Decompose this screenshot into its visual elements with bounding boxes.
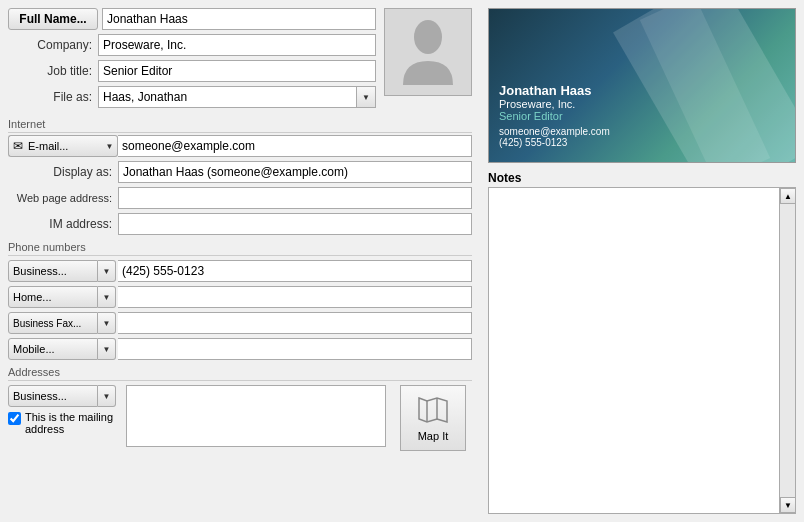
web-page-input[interactable] (118, 187, 472, 209)
chevron-down-icon: ▼ (103, 392, 111, 401)
internet-section-label: Internet (8, 118, 472, 133)
business-fax-dropdown-button[interactable]: ▼ (98, 312, 116, 334)
left-panel: Full Name... Company: Job title: File as… (0, 0, 480, 522)
email-btn-group: ✉ E-mail... ▼ (8, 135, 118, 157)
card-title: Senior Editor (499, 110, 610, 122)
business-phone-row: Business... ▼ (8, 260, 472, 282)
email-input[interactable] (118, 135, 472, 157)
contact-card: Jonathan Haas Proseware, Inc. Senior Edi… (488, 8, 796, 163)
file-as-label: File as: (8, 90, 98, 104)
job-title-row: Job title: (8, 60, 376, 82)
home-phone-row: Home... ▼ (8, 286, 472, 308)
full-name-button[interactable]: Full Name... (8, 8, 98, 30)
scroll-up-button[interactable]: ▲ (780, 188, 796, 204)
scroll-track (780, 204, 795, 497)
top-section: Full Name... Company: Job title: File as… (8, 8, 472, 112)
notes-textarea[interactable]: | (489, 188, 779, 513)
card-light-beam-decoration (613, 8, 796, 163)
map-it-button[interactable]: Map It (400, 385, 466, 451)
form-fields: Full Name... Company: Job title: File as… (8, 8, 376, 112)
mobile-phone-row: Mobile... ▼ (8, 338, 472, 360)
mobile-phone-dropdown-button[interactable]: ▼ (98, 338, 116, 360)
contact-photo (384, 8, 472, 96)
map-icon (417, 394, 449, 426)
business-fax-type-button[interactable]: Business Fax... (8, 312, 98, 334)
email-icon: ✉ (13, 139, 23, 153)
im-address-input[interactable] (118, 213, 472, 235)
full-name-row: Full Name... (8, 8, 376, 30)
notes-container: | ▲ ▼ (488, 187, 796, 514)
notes-header: Notes (488, 171, 796, 185)
company-input[interactable] (98, 34, 376, 56)
web-page-label: Web page address: (8, 192, 118, 204)
file-as-row: File as: ▼ (8, 86, 376, 108)
card-text-block: Jonathan Haas Proseware, Inc. Senior Edi… (499, 83, 610, 148)
home-phone-type-button[interactable]: Home... (8, 286, 98, 308)
card-name: Jonathan Haas (499, 83, 610, 98)
email-dropdown-button[interactable]: ▼ (102, 135, 118, 157)
chevron-down-icon: ▼ (106, 142, 114, 151)
business-fax-row: Business Fax... ▼ (8, 312, 472, 334)
home-phone-btn-group: Home... ▼ (8, 286, 118, 308)
address-type-dropdown-button[interactable]: ▼ (98, 385, 116, 407)
right-panel: Jonathan Haas Proseware, Inc. Senior Edi… (480, 0, 804, 522)
display-as-label: Display as: (8, 165, 118, 179)
address-textarea[interactable] (126, 385, 386, 447)
address-type-btn-group: Business... ▼ (8, 385, 116, 407)
svg-marker-1 (419, 398, 447, 422)
job-title-input[interactable] (98, 60, 376, 82)
business-phone-type-button[interactable]: Business... (8, 260, 98, 282)
chevron-down-icon: ▼ (103, 293, 111, 302)
address-content: Business... ▼ This is the mailing addres… (8, 385, 472, 451)
business-phone-btn-group: Business... ▼ (8, 260, 118, 282)
business-fax-btn-group: Business Fax... ▼ (8, 312, 118, 334)
business-phone-dropdown-button[interactable]: ▼ (98, 260, 116, 282)
company-row: Company: (8, 34, 376, 56)
address-left: Business... ▼ This is the mailing addres… (8, 385, 118, 435)
mobile-phone-btn-group: Mobile... ▼ (8, 338, 118, 360)
svg-point-0 (414, 20, 442, 54)
mailing-address-checkbox[interactable] (8, 412, 21, 425)
map-it-container: Map It (394, 385, 472, 451)
notes-scrollbar: ▲ ▼ (779, 188, 795, 513)
person-silhouette-icon (398, 17, 458, 87)
mailing-address-label: This is the mailing address (25, 411, 118, 435)
chevron-down-icon: ▼ (103, 267, 111, 276)
card-light-beam2-decoration (640, 8, 770, 163)
addresses-section-label: Addresses (8, 366, 472, 381)
home-phone-dropdown-button[interactable]: ▼ (98, 286, 116, 308)
chevron-down-icon: ▼ (103, 319, 111, 328)
web-page-row: Web page address: (8, 187, 472, 209)
phone-numbers-section-label: Phone numbers (8, 241, 472, 256)
company-label: Company: (8, 38, 98, 52)
chevron-down-icon: ▼ (362, 93, 370, 102)
card-phone: (425) 555-0123 (499, 137, 610, 148)
chevron-down-icon: ▼ (103, 345, 111, 354)
mobile-phone-type-button[interactable]: Mobile... (8, 338, 98, 360)
business-phone-input[interactable] (118, 260, 472, 282)
email-row: ✉ E-mail... ▼ (8, 135, 472, 157)
job-title-label: Job title: (8, 64, 98, 78)
email-type-button[interactable]: ✉ E-mail... (8, 135, 102, 157)
business-fax-input[interactable] (118, 312, 472, 334)
home-phone-input[interactable] (118, 286, 472, 308)
scroll-down-button[interactable]: ▼ (780, 497, 796, 513)
file-as-input[interactable] (98, 86, 356, 108)
display-as-input[interactable] (118, 161, 472, 183)
file-as-dropdown-button[interactable]: ▼ (356, 86, 376, 108)
file-as-container: ▼ (98, 86, 376, 108)
notes-section: Notes | ▲ ▼ (488, 171, 796, 514)
card-email: someone@example.com (499, 126, 610, 137)
display-as-row: Display as: (8, 161, 472, 183)
im-address-label: IM address: (8, 217, 118, 231)
card-company: Proseware, Inc. (499, 98, 610, 110)
mailing-address-row: This is the mailing address (8, 411, 118, 435)
mobile-phone-input[interactable] (118, 338, 472, 360)
full-name-input[interactable] (102, 8, 376, 30)
address-type-button[interactable]: Business... (8, 385, 98, 407)
im-address-row: IM address: (8, 213, 472, 235)
